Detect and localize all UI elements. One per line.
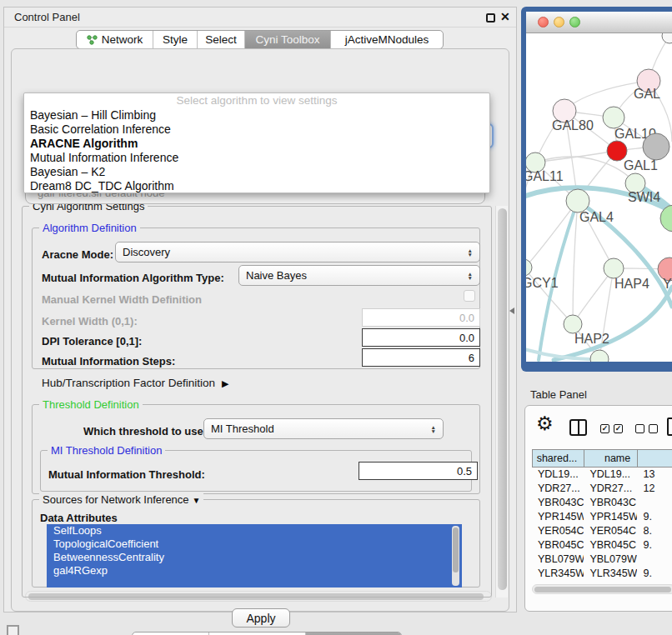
algorithm-option[interactable]: Basic Correlation Inference (24, 122, 489, 137)
table-cell (637, 496, 672, 510)
mi-type-combobox[interactable]: Naive Bayes ▲▼ (238, 265, 480, 286)
network-canvas[interactable]: GALGAL80GAL10GAL1GAL11SWI4GAL4GCY1HAP4YH… (526, 33, 672, 362)
manual-kernel-checkbox[interactable] (464, 290, 475, 302)
document-icon[interactable] (667, 418, 672, 436)
mi-type-value: Naive Bayes (246, 269, 307, 282)
which-threshold-label: Which threshold to use: (83, 425, 207, 438)
data-attribute-item[interactable]: TopologicalCoefficient (47, 538, 462, 551)
table-row[interactable]: YBL079WYBL079W (532, 552, 672, 567)
aracne-mode-value: Discovery (123, 246, 170, 258)
deselect-all-checkbox-icon[interactable] (635, 424, 644, 433)
close-traffic-light-icon[interactable] (538, 17, 549, 28)
table-column-header[interactable] (637, 449, 672, 468)
data-attribute-item[interactable]: SelfLoops (47, 524, 462, 538)
screenshot-stage: Control Panel ✕ Network Style Select (0, 0, 672, 635)
tab-select[interactable]: Select (198, 31, 245, 48)
network-node-hap4[interactable] (604, 258, 624, 278)
table-row[interactable]: YBR045CYBR045C9. (532, 538, 672, 552)
threshold-definition-legend: Threshold Definition (39, 398, 143, 411)
table-row[interactable]: YDR27...YDR27...12 (532, 482, 672, 496)
gear-icon[interactable]: ⚙ (536, 412, 554, 435)
table-row[interactable]: YER054CYER054C8. (532, 524, 672, 538)
table-cell: YBR045C (584, 538, 637, 552)
which-threshold-combobox[interactable]: MI Threshold ▲▼ (203, 418, 444, 439)
network-node-gal4[interactable] (566, 189, 589, 212)
algorithm-option[interactable]: Bayesian – Hill Climbing (24, 108, 489, 122)
table-cell (637, 552, 672, 567)
panel-splitter-collapse-icon[interactable] (509, 308, 514, 314)
tab-network[interactable]: Network (77, 31, 153, 48)
tab-style-label: Style (163, 33, 188, 46)
scrollbar-thumb[interactable] (534, 587, 671, 592)
control-panel-title: Control Panel (14, 11, 80, 23)
table-cell: YDR27... (584, 482, 637, 496)
network-node-hap2[interactable] (564, 315, 582, 333)
data-attribute-item[interactable]: BetweennessCentrality (47, 551, 462, 564)
hub-definition-expander[interactable]: Hub/Transcription Factor Definition▶ (42, 377, 229, 389)
table-row[interactable]: YDL19...YDL19...13 (532, 468, 672, 482)
node-table: shared...name YDL19...YDL19...13YDR27...… (532, 449, 672, 583)
aracne-mode-combobox[interactable]: Discovery ▲▼ (115, 242, 480, 262)
network-node[interactable] (662, 33, 672, 43)
float-window-icon[interactable] (486, 13, 495, 22)
tab-cyni-toolbox[interactable]: Cyni Toolbox (245, 31, 331, 48)
close-icon[interactable]: ✕ (500, 10, 510, 23)
apply-button[interactable]: Apply (232, 608, 290, 628)
kernel-width-field[interactable] (362, 308, 480, 327)
attributes-list-scrollbar[interactable] (452, 526, 459, 586)
dropdown-items: Bayesian – Hill ClimbingBasic Correlatio… (24, 108, 489, 193)
algorithm-option[interactable]: Bayesian – K2 (24, 165, 489, 179)
scrollbar-thumb[interactable] (498, 208, 507, 590)
data-attribute-item[interactable]: gal4RGexp (47, 564, 462, 578)
dpi-tolerance-field[interactable] (362, 328, 480, 347)
table-cell: YPR145W (532, 510, 584, 524)
table-row[interactable]: YPR145WYPR145W9. (532, 510, 672, 524)
control-panel-titlebar: Control Panel ✕ (4, 8, 516, 28)
scrollbar-thumb[interactable] (453, 528, 459, 572)
select-all-checkbox-icon[interactable]: ✓ (614, 424, 623, 433)
tab-jactivemnodules[interactable]: jActiveMNodules (331, 31, 443, 48)
network-node-label: GAL (634, 87, 660, 101)
table-cell: YDL19... (584, 468, 637, 482)
settings-vertical-scrollbar[interactable] (495, 206, 508, 598)
table-cell: 13 (637, 468, 672, 482)
table-row[interactable]: YIL052CYIL052C9. (532, 581, 672, 583)
columns-icon[interactable] (569, 419, 587, 436)
stepper-arrows-icon: ▲▼ (463, 272, 473, 280)
minimize-traffic-light-icon[interactable] (554, 17, 564, 28)
algorithm-option[interactable]: ARACNE Algorithm (24, 137, 489, 151)
table-column-header[interactable]: name (584, 449, 637, 468)
dropdown-placeholder: Select algorithm to view settings (24, 93, 489, 108)
which-threshold-value: MI Threshold (211, 422, 274, 435)
network-node-gcy1[interactable] (526, 259, 532, 276)
network-node-label: HAP2 (574, 332, 609, 346)
data-attributes-list[interactable]: SelfLoopsTopologicalCoefficientBetweenne… (47, 524, 462, 588)
table-cell: YER054C (532, 524, 584, 538)
table-cell: YER054C (584, 524, 637, 538)
network-node[interactable] (643, 133, 669, 160)
mi-steps-field[interactable] (362, 348, 480, 367)
algorithm-dropdown-popup: Select algorithm to view settings Bayesi… (23, 92, 490, 193)
table-cell: YDR27... (532, 482, 584, 496)
mi-threshold-label: Mutual Information Threshold: (48, 468, 205, 481)
zoom-traffic-light-icon[interactable] (569, 17, 580, 28)
grid-corner-icon[interactable] (7, 625, 19, 635)
table-cell: YBR043C (584, 496, 637, 510)
mi-threshold-field[interactable] (359, 462, 478, 480)
table-column-header[interactable]: shared... (532, 449, 584, 468)
deselect-all-checkbox-icon[interactable] (649, 424, 658, 433)
table-header-row: shared...name (532, 449, 672, 468)
network-window-titlebar[interactable] (526, 12, 672, 33)
algorithm-option[interactable]: Dream8 DC_TDC Algorithm (24, 179, 489, 193)
dpi-tolerance-label: DPI Tolerance [0,1]: (42, 335, 142, 348)
table-cell: YIL052C (584, 581, 637, 583)
table-row[interactable]: YLR345WYLR345W9. (532, 567, 672, 581)
algorithm-option[interactable]: Mutual Information Inference (24, 151, 489, 165)
cyni-toolbox-page: galFiltered.sif default node Select algo… (11, 48, 509, 612)
network-node-gal10[interactable] (603, 107, 624, 128)
sources-legend[interactable]: Sources for Network Inference▼ (39, 493, 203, 506)
tab-style[interactable]: Style (153, 31, 198, 48)
table-horizontal-scrollbar[interactable] (532, 584, 672, 594)
select-all-checkbox-icon[interactable]: ✓ (600, 424, 609, 433)
table-row[interactable]: YBR043CYBR043C (532, 496, 672, 510)
